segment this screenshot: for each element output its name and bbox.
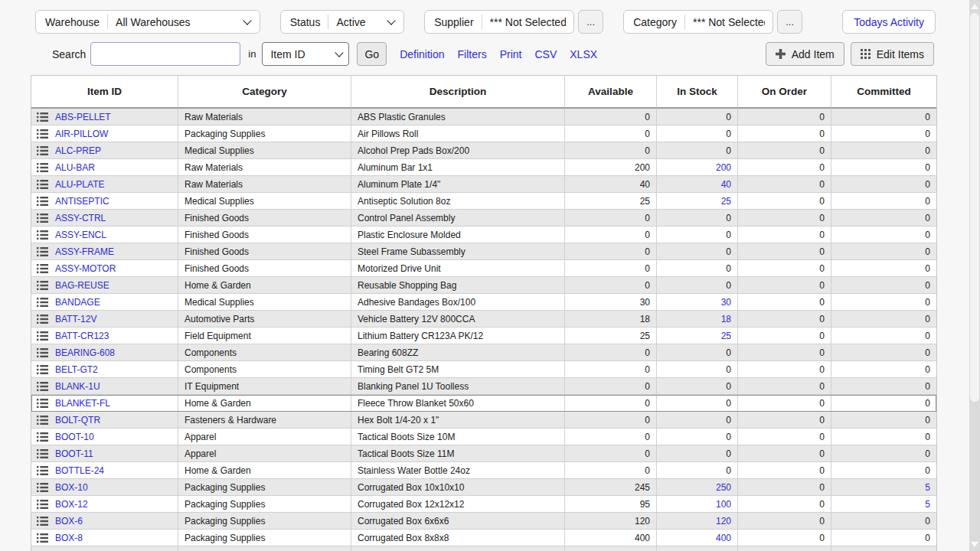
todays-activity-button[interactable]: Todays Activity [842, 10, 936, 34]
toolbar-link-print[interactable]: Print [500, 48, 522, 60]
item-id-link[interactable]: BOX-8 [55, 533, 83, 543]
item-id-link[interactable]: ASSY-ENCL [55, 230, 106, 240]
list-icon[interactable] [37, 214, 48, 223]
item-id-link[interactable]: AIR-PILLOW [55, 129, 108, 139]
list-icon[interactable] [37, 348, 48, 357]
edit-items-button[interactable]: Edit Items [851, 42, 934, 66]
available-cell: 0 [565, 142, 657, 159]
list-icon[interactable] [37, 112, 48, 122]
item-id-link[interactable]: ALC-PREP [55, 145, 101, 156]
description-cell: Adhesive Bandages Box/100 [351, 294, 565, 311]
on-order-cell: 0 [738, 344, 831, 361]
add-item-button[interactable]: Add Item [766, 42, 844, 66]
list-icon[interactable] [37, 382, 48, 391]
toolbar-link-filters[interactable]: Filters [458, 48, 487, 60]
in-stock-cell-link[interactable]: 400 [716, 533, 731, 543]
description-cell: Fleece Throw Blanket 50x60 [351, 395, 565, 412]
list-icon[interactable] [37, 264, 48, 273]
go-button[interactable]: Go [357, 42, 387, 66]
list-icon[interactable] [37, 163, 48, 172]
column-header-in-stock[interactable]: In Stock [657, 76, 738, 109]
item-id-link[interactable]: BANDAGE [55, 297, 100, 308]
in-stock-cell-link[interactable]: 25 [721, 331, 731, 341]
list-icon[interactable] [37, 517, 48, 526]
item-id-link[interactable]: BOOT-10 [55, 432, 94, 442]
in-stock-cell-link[interactable]: 250 [716, 482, 731, 493]
list-icon[interactable] [37, 298, 48, 307]
list-icon[interactable] [37, 500, 48, 509]
in-stock-cell-link[interactable]: 120 [716, 516, 731, 527]
in-stock-cell-link[interactable]: 30 [721, 297, 731, 308]
item-id-link[interactable]: BATT-12V [55, 314, 96, 324]
column-header-category[interactable]: Category [178, 76, 351, 109]
in-stock-cell-link[interactable]: 100 [716, 499, 731, 510]
list-icon[interactable] [37, 399, 48, 408]
item-id-link[interactable]: BOOT-11 [55, 448, 93, 459]
list-icon[interactable] [37, 365, 48, 374]
list-icon[interactable] [37, 432, 48, 442]
item-id-link[interactable]: ASSY-FRAME [55, 246, 114, 257]
list-icon[interactable] [37, 533, 48, 543]
list-icon[interactable] [37, 331, 48, 341]
item-id-link[interactable]: ABS-PELLET [55, 112, 111, 122]
toolbar-link-xlsx[interactable]: XLSX [570, 48, 597, 60]
item-id-link[interactable]: BATT-CR123 [55, 331, 109, 341]
list-icon[interactable] [37, 180, 48, 189]
item-id-link[interactable]: ANTISEPTIC [55, 196, 109, 207]
item-id-link[interactable]: ASSY-MOTOR [55, 263, 116, 274]
scroll-down-icon[interactable] [971, 542, 978, 547]
in-stock-cell-link[interactable]: 18 [721, 314, 731, 324]
item-id-link[interactable]: ALU-BAR [55, 162, 95, 173]
item-id-link[interactable]: ASSY-CTRL [55, 213, 106, 223]
column-header-available[interactable]: Available [565, 76, 657, 109]
supplier-picker[interactable]: Supplier *** Not Selected [424, 10, 574, 34]
item-id-link[interactable]: BOX-6 [55, 516, 83, 527]
search-field-select[interactable]: Item ID [262, 42, 349, 66]
list-icon[interactable] [37, 129, 48, 139]
committed-cell-link[interactable]: 5 [925, 499, 930, 510]
item-id-link[interactable]: BLANKET-FL [55, 398, 110, 409]
list-icon[interactable] [37, 416, 48, 425]
toolbar-link-csv[interactable]: CSV [534, 48, 557, 60]
description-cell: Corrugated Box 6x6x6 [351, 513, 565, 530]
list-icon[interactable] [37, 146, 48, 155]
scroll-up-icon[interactable] [971, 4, 978, 9]
column-header-description[interactable]: Description [351, 76, 565, 109]
column-header-on-order[interactable]: On Order [738, 76, 831, 109]
item-id-link[interactable]: BEARING-608 [55, 347, 115, 358]
in-stock-cell-link[interactable]: 200 [716, 162, 731, 173]
toolbar-link-definition[interactable]: Definition [400, 48, 444, 60]
search-input[interactable] [90, 42, 240, 66]
list-icon[interactable] [37, 483, 48, 492]
vertical-scrollbar[interactable] [969, 0, 980, 551]
description-cell: Aluminum Plate 1/4" [351, 176, 565, 193]
list-icon[interactable] [37, 281, 48, 290]
category-cell: IT Equipment [178, 378, 351, 395]
supplier-more-button[interactable]: ... [578, 10, 603, 34]
in-stock-cell-link[interactable]: 40 [721, 179, 731, 190]
list-icon[interactable] [37, 466, 48, 475]
item-id-link[interactable]: ALU-PLATE [55, 179, 104, 190]
list-icon[interactable] [37, 197, 48, 206]
description-cell: Bearing 608ZZ [351, 344, 565, 361]
item-id-link[interactable]: BOX-10 [55, 482, 88, 493]
committed-cell-link[interactable]: 5 [925, 482, 930, 493]
scrollbar-thumb[interactable] [970, 13, 979, 402]
item-id-link[interactable]: BOX-12 [55, 499, 88, 510]
list-icon[interactable] [37, 315, 48, 324]
item-id-link[interactable]: BOTTLE-24 [55, 465, 104, 476]
list-icon[interactable] [37, 449, 48, 458]
list-icon[interactable] [37, 247, 48, 256]
warehouse-select[interactable]: Warehouse All Warehouses [35, 10, 260, 34]
item-id-link[interactable]: BELT-GT2 [55, 364, 98, 375]
item-id-link[interactable]: BOLT-QTR [55, 415, 100, 425]
column-header-committed[interactable]: Committed [831, 76, 936, 109]
item-id-link[interactable]: BLANK-1U [55, 381, 100, 392]
status-select[interactable]: Status Active [280, 10, 404, 34]
category-picker[interactable]: Category *** Not Selected [623, 10, 773, 34]
column-header-item-id[interactable]: Item ID [31, 76, 178, 109]
category-more-button[interactable]: ... [777, 10, 802, 34]
item-id-link[interactable]: BAG-REUSE [55, 280, 109, 291]
in-stock-cell-link[interactable]: 25 [721, 196, 731, 207]
list-icon[interactable] [37, 230, 48, 240]
